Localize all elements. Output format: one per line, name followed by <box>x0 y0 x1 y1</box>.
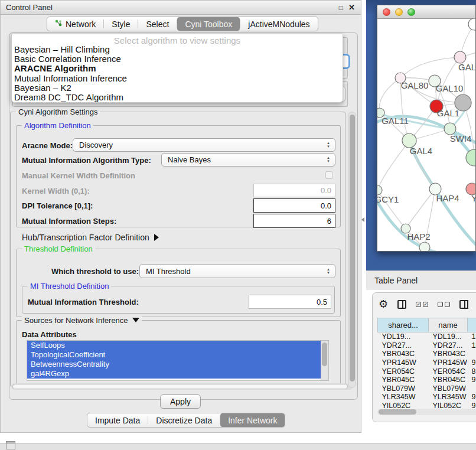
tab-jactivemnodules[interactable]: jActiveMNodules <box>240 17 317 31</box>
table-cell[interactable]: YER054C <box>378 367 429 376</box>
node-label-gal: GAL <box>458 62 475 72</box>
mi-threshold-input[interactable]: 0.5 <box>249 295 331 309</box>
attributes-scrollbar[interactable] <box>321 341 328 380</box>
table-cell[interactable] <box>468 384 476 393</box>
table-icon[interactable] <box>459 300 468 309</box>
table-row[interactable]: YBL079WYBL079W <box>378 384 476 393</box>
tab-select[interactable]: Select <box>138 17 177 31</box>
float-window-icon[interactable]: □ <box>339 4 343 12</box>
deselect-all-icon[interactable] <box>438 302 450 307</box>
table-cell[interactable]: YPR145W <box>429 358 468 367</box>
table-hscrollbar-thumb[interactable] <box>379 409 416 415</box>
table-cell[interactable]: 12 <box>468 341 476 350</box>
attribute-item-topologicalcoefficient[interactable]: TopologicalCoefficient <box>27 350 324 360</box>
network-node[interactable] <box>466 149 475 166</box>
table-cell[interactable]: 13 <box>468 332 476 341</box>
attribute-item-selfloops[interactable]: SelfLoops <box>27 341 324 350</box>
network-node[interactable] <box>419 242 430 251</box>
apply-button[interactable]: Apply <box>160 394 201 409</box>
attribute-item-gal4rgexp[interactable]: gal4RGexp <box>27 369 324 379</box>
column-header-cut[interactable] <box>468 318 476 332</box>
network-node[interactable] <box>377 185 382 195</box>
table-cell[interactable]: YBR043C <box>378 350 429 358</box>
column-header-shared...[interactable]: shared... <box>378 318 429 332</box>
aracne-mode-select[interactable]: Discovery ▲▼ <box>73 138 335 152</box>
table-cell[interactable]: YDL19... <box>429 332 468 341</box>
table-cell[interactable] <box>468 350 476 358</box>
table-cell[interactable]: 8. <box>468 367 476 376</box>
node-table[interactable]: shared...name YDL19...YDL19...13YDR27...… <box>377 318 476 410</box>
table-cell[interactable]: YBR043C <box>429 350 468 358</box>
settings-vscrollbar-thumb[interactable] <box>350 115 355 381</box>
settings-gear-icon[interactable]: ⚙ <box>379 299 388 309</box>
split-columns-icon[interactable] <box>397 300 406 309</box>
attribute-item-betweennesscentrality[interactable]: BetweennessCentrality <box>27 360 324 369</box>
table-hscrollbar[interactable] <box>377 409 476 415</box>
tab-network[interactable]: Network <box>47 17 103 31</box>
tab-label: Style <box>112 19 130 29</box>
table-cell[interactable]: YPR145W <box>378 358 429 367</box>
column-header-name[interactable]: name <box>429 318 468 332</box>
table-cell[interactable]: 9. <box>468 393 476 402</box>
table-cell[interactable]: YDR27... <box>429 341 468 350</box>
hub-definition-toggle[interactable]: Hub/Transcription Factor Definition <box>22 233 159 242</box>
algorithm-option-bayesian-k2[interactable]: Bayesian – K2 <box>12 83 343 93</box>
manual-kernel-checkbox[interactable] <box>325 171 333 179</box>
algorithm-option-mutual-information-inference[interactable]: Mutual Information Inference <box>12 74 343 83</box>
table-cell[interactable]: YBL079W <box>429 384 468 393</box>
minimized-panel-icon[interactable] <box>6 441 15 449</box>
table-cell[interactable]: YBR045C <box>378 376 429 384</box>
kernel-width-label: Kernel Width (0,1): <box>22 187 90 195</box>
table-row[interactable]: YER054CYER054C8. <box>378 367 476 376</box>
bottom-tab-infer-network[interactable]: Infer Network <box>220 413 285 427</box>
which-threshold-select[interactable]: MI Threshold ▲▼ <box>139 264 335 278</box>
table-cell[interactable]: YLR345W <box>429 393 468 402</box>
settings-hscrollbar-thumb[interactable] <box>12 384 348 389</box>
table-cell[interactable]: YLR345W <box>378 393 429 402</box>
table-row[interactable]: YBR043CYBR043C <box>378 350 476 358</box>
table-row[interactable]: YDL19...YDL19...13 <box>378 332 476 341</box>
table-row[interactable]: YPR145WYPR145W9. <box>378 358 476 367</box>
mi-type-select[interactable]: Naive Bayes ▲▼ <box>161 153 335 167</box>
attributes-scrollbar-thumb[interactable] <box>322 343 327 366</box>
table-cell[interactable]: YER054C <box>429 367 468 376</box>
mi-steps-input[interactable]: 6 <box>253 214 335 228</box>
which-threshold-value: MI Threshold <box>146 267 191 276</box>
split-pane-collapse-icon[interactable] <box>361 217 364 222</box>
table-cell[interactable]: 9. <box>468 376 476 384</box>
table-cell[interactable]: YBL079W <box>378 384 429 393</box>
algorithm-option-aracne-algorithm[interactable]: ARACNE Algorithm <box>12 64 343 73</box>
kernel-width-input[interactable]: 0.0 <box>253 184 335 197</box>
network-node[interactable] <box>454 51 466 63</box>
algorithm-option-basic-correlation-inference[interactable]: Basic Correlation Inference <box>12 54 343 64</box>
network-canvas[interactable]: GALGAL80GAL10GAL1GAL11SWI4GAL4GCY1HAP4YH… <box>377 18 475 251</box>
network-node[interactable] <box>468 18 475 30</box>
table-row[interactable]: YDR27...YDR27...12 <box>378 341 476 350</box>
network-view-window[interactable]: GALGAL80GAL10GAL1GAL11SWI4GAL4GCY1HAP4YH… <box>377 5 476 252</box>
table-cell[interactable]: YDL19... <box>378 332 429 341</box>
close-panel-icon[interactable]: ✕ <box>348 3 355 12</box>
dpi-tolerance-input[interactable]: 0.0 <box>253 198 335 213</box>
mi-threshold-group-title: MI Threshold Definition <box>28 282 111 291</box>
table-cell[interactable]: YDR27... <box>378 341 429 350</box>
minimize-window-icon[interactable] <box>395 8 403 16</box>
close-window-icon[interactable] <box>383 8 390 16</box>
sources-group-title[interactable]: Sources for Network Inference <box>22 316 142 325</box>
network-window-titlebar[interactable] <box>377 5 475 19</box>
table-cell[interactable]: YBR045C <box>429 376 468 384</box>
tab-cyni-toolbox[interactable]: Cyni Toolbox <box>177 17 240 31</box>
bottom-tab-discretize-data[interactable]: Discretize Data <box>148 413 220 427</box>
settings-vscrollbar[interactable] <box>348 112 356 388</box>
zoom-window-icon[interactable] <box>407 8 415 16</box>
data-attributes-list[interactable]: SelfLoopsTopologicalCoefficientBetweenne… <box>27 340 329 381</box>
table-row[interactable]: YLR345WYLR345W9. <box>378 393 476 402</box>
settings-hscrollbar[interactable] <box>11 383 353 390</box>
select-all-icon[interactable]: ✓✓ <box>416 302 428 307</box>
bottom-tab-impute-data[interactable]: Impute Data <box>87 413 148 427</box>
table-row[interactable]: YBR045CYBR045C9. <box>378 376 476 384</box>
algorithm-option-bayesian-hill-climbing[interactable]: Bayesian – Hill Climbing <box>12 45 343 54</box>
algorithm-option-dream8-dc-tdc-algorithm[interactable]: Dream8 DC_TDC Algorithm <box>12 93 343 102</box>
tab-style[interactable]: Style <box>104 17 138 31</box>
network-node[interactable] <box>444 123 456 135</box>
table-cell[interactable]: 9. <box>468 358 476 367</box>
